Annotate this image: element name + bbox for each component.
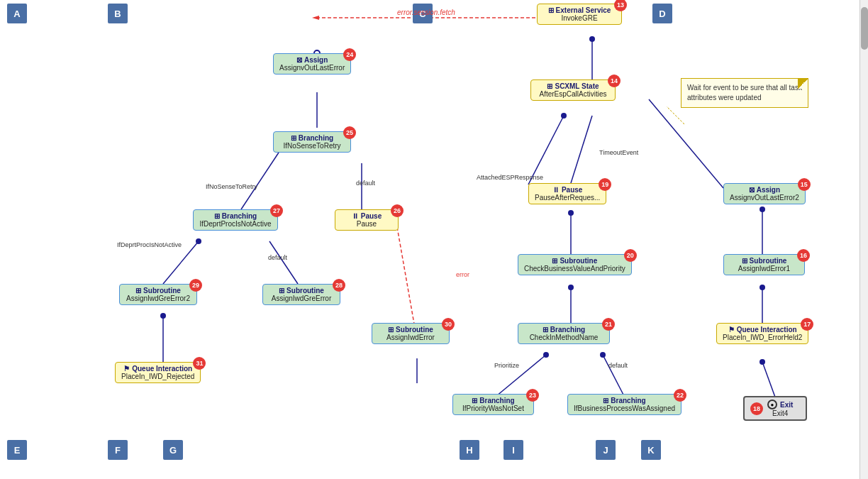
badge-30: 30 <box>442 318 455 331</box>
svg-point-32 <box>760 359 765 365</box>
edge-label-prioritize: Prioritize <box>494 362 519 369</box>
node-assign-24[interactable]: 24 ⊠ Assign AssignvOutLastError <box>273 53 351 75</box>
pause26-title: Pause <box>361 212 382 220</box>
external-service-label: InvokeGRE <box>543 14 616 22</box>
badge-29: 29 <box>189 279 202 292</box>
badge-18: 18 <box>750 402 763 415</box>
svg-point-14 <box>600 352 606 358</box>
pause19-label: PauseAfterReques... <box>535 194 600 202</box>
badge-28: 28 <box>333 279 345 292</box>
badge-23: 23 <box>526 389 539 402</box>
node-pause-19[interactable]: 19 ⏸ Pause PauseAfterReques... <box>528 183 606 204</box>
node-subroutine-20[interactable]: 20 ⊞ Subroutine CheckBusinessValueAndPri… <box>518 254 632 275</box>
node-exit-18[interactable]: 18 ● Exit Exit4 <box>743 396 807 421</box>
scxml-title: SCXML State <box>555 82 599 90</box>
pause26-icon: ⏸ <box>352 212 359 220</box>
badge-19: 19 <box>599 178 611 191</box>
corner-E: E <box>7 440 27 460</box>
branching22-icon: ⊞ <box>603 397 608 404</box>
branching21-label: CheckInMethodName <box>524 334 603 341</box>
corner-J: J <box>596 440 616 460</box>
badge-20: 20 <box>624 249 637 262</box>
node-assign-15[interactable]: 15 ⊠ Assign AssignvOutLastError2 <box>723 183 806 204</box>
edge-label-error2: error <box>456 271 469 278</box>
edge-label-default1: default <box>356 180 375 187</box>
queue31-icon: ⚑ <box>123 365 130 373</box>
sub29-icon: ⊞ <box>135 287 141 294</box>
node-subroutine-28[interactable]: 28 ⊞ Subroutine AssignIwdGreError <box>262 284 340 305</box>
node-subroutine-29[interactable]: 29 ⊞ Subroutine AssignIwdGreError2 <box>119 284 197 305</box>
svg-line-6 <box>571 116 592 183</box>
sub28-icon: ⊞ <box>279 287 284 294</box>
svg-line-21 <box>269 241 298 284</box>
svg-point-12 <box>543 352 549 358</box>
node-branching-27[interactable]: 27 ⊞ Branching IfDeprtProcIsNotActive <box>193 209 278 231</box>
svg-point-10 <box>568 285 574 290</box>
branching22-title: Branching <box>611 397 645 404</box>
badge-26: 26 <box>391 204 404 217</box>
node-scxml-state[interactable]: 14 ⊞ SCXML State AfterEspCallActivities <box>530 79 616 101</box>
external-service-icon: ⊞ <box>548 6 554 14</box>
external-service-title: External Service <box>556 6 611 14</box>
exit-circle-icon: ● <box>767 400 777 409</box>
sub28-label: AssignIwdGreError <box>269 294 334 302</box>
sub29-label: AssignIwdGreError2 <box>126 294 191 302</box>
scrollbar-thumb[interactable] <box>861 7 868 50</box>
node-queue-31[interactable]: 31 ⚑ Queue Interaction PlaceIn_IWD_Rejec… <box>115 362 201 383</box>
sub30-title: Subroutine <box>396 326 433 334</box>
corner-G: G <box>163 440 183 460</box>
node-branching-23[interactable]: 23 ⊞ Branching IfPriorityWasNotSet <box>452 394 534 415</box>
exit18-label: Exit4 <box>772 409 788 417</box>
vertical-scrollbar[interactable] <box>859 0 868 479</box>
node-subroutine-30[interactable]: 30 ⊞ Subroutine AssignIwdError <box>372 323 450 344</box>
edge-label-default2: default <box>268 254 287 261</box>
branching27-label: IfDeprtProcIsNotActive <box>199 220 272 228</box>
badge-15: 15 <box>798 178 811 191</box>
edge-label-ifnosense: IfNoSenseToRetry <box>206 183 257 190</box>
node-branching-21[interactable]: 21 ⊞ Branching CheckInMethodName <box>518 323 610 344</box>
pause19-title: Pause <box>562 186 582 194</box>
badge-13: 13 <box>614 0 627 11</box>
scxml-label: AfterEspCallActivities <box>537 90 609 98</box>
sub16-icon: ⊞ <box>742 257 747 265</box>
workflow-canvas: A B C D E F G H I J K 13 ⊞ External Serv… <box>0 0 868 479</box>
sub30-icon: ⊞ <box>388 326 394 334</box>
sub16-label: AssignIwdError1 <box>730 265 799 272</box>
assign24-title: Assign <box>304 56 328 64</box>
branching25-title: Branching <box>299 134 333 142</box>
assign24-icon: ⊠ <box>296 56 302 64</box>
badge-25: 25 <box>343 126 356 139</box>
edge-label-attached-esp: AttachedESPResponse <box>477 174 543 181</box>
svg-marker-1 <box>312 16 319 20</box>
node-external-service[interactable]: 13 ⊞ External Service InvokeGRE <box>537 4 622 25</box>
sub30-label: AssignIwdError <box>378 334 443 341</box>
branching23-icon: ⊞ <box>472 397 477 404</box>
node-pause-26[interactable]: 26 ⏸ Pause Pause <box>335 209 399 231</box>
sub16-title: Subroutine <box>750 257 787 265</box>
svg-point-3 <box>589 36 595 42</box>
svg-line-33 <box>649 99 723 188</box>
edge-label-error-session: error.session.fetch <box>397 9 455 16</box>
svg-point-8 <box>568 210 574 216</box>
corner-H: H <box>460 440 479 460</box>
branching25-label: IfNoSenseToRetry <box>279 142 345 150</box>
svg-line-31 <box>762 362 777 401</box>
node-branching-25[interactable]: 25 ⊞ Branching IfNoSenseToRetry <box>273 131 351 153</box>
corner-A: A <box>7 4 27 23</box>
edge-label-default3: default <box>608 362 628 369</box>
queue31-label: PlaceIn_IWD_Rejected <box>121 373 194 380</box>
corner-I: I <box>503 440 523 460</box>
sub28-title: Subroutine <box>286 287 324 294</box>
corner-K: K <box>641 440 661 460</box>
assign24-label: AssignvOutLastError <box>279 64 345 72</box>
corner-B: B <box>108 4 128 23</box>
node-queue-17[interactable]: 17 ⚑ Queue Interaction PlaceIn_IWD_Error… <box>716 323 808 344</box>
svg-point-5 <box>561 113 567 119</box>
corner-D: D <box>652 4 672 23</box>
node-branching-22[interactable]: 22 ⊞ Branching IfBusinessProcessWasAssig… <box>567 394 681 415</box>
queue31-title: Queue Interaction <box>132 365 192 373</box>
node-subroutine-16[interactable]: 16 ⊞ Subroutine AssignIwdError1 <box>723 254 805 275</box>
branching23-title: Branching <box>479 397 514 404</box>
scxml-icon: ⊞ <box>547 82 552 90</box>
sub20-title: Subroutine <box>560 257 597 265</box>
